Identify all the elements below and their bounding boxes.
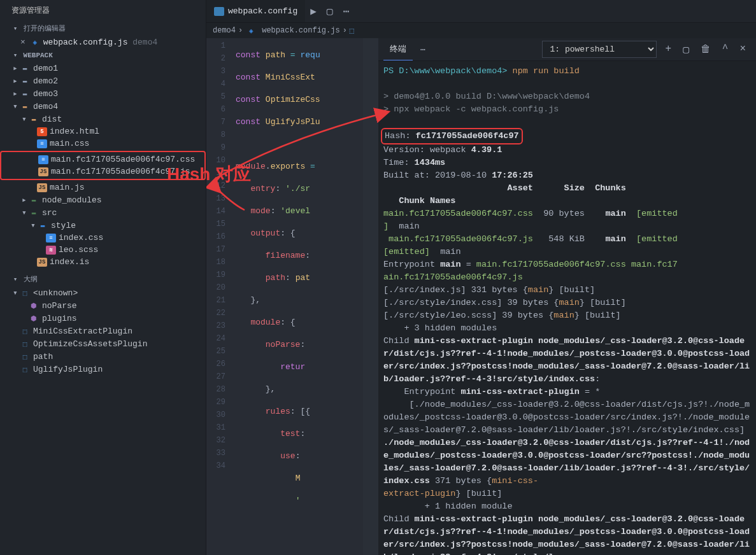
breadcrumb-item[interactable]: webpack.config.js	[262, 26, 339, 35]
asset-name: main.fc1717055ade006f4c97.css	[383, 209, 533, 218]
line-gutter: 1234567891011121314151617181920212223242…	[206, 38, 236, 555]
terminal-body[interactable]: PS D:\www\webpack\demo4> npm run build >…	[378, 61, 756, 555]
terminal-line: > demo4@1.0.0 build D:\www\webpack\demo4	[383, 92, 590, 101]
file-main-hash-css[interactable]: ≡main.fc1717055ade006f4c97.css	[1, 153, 204, 165]
open-editors-section[interactable]: ▾ 打开的编辑器	[0, 21, 206, 36]
new-terminal-button[interactable]: +	[660, 41, 677, 59]
chunk-ref: main	[528, 285, 548, 295]
time-value: 1434ms	[415, 158, 446, 167]
terminal-line: Version: webpack	[383, 145, 471, 155]
file-main-css[interactable]: ≡main.css	[0, 137, 206, 150]
breadcrumb[interactable]: demo4› ◈ webpack.config.js› ⬚	[206, 23, 756, 38]
terminal-selector[interactable]: 1: powershell	[542, 41, 657, 58]
run-button[interactable]: ▶	[305, 5, 322, 18]
child-name: mini-css-extract-plugin	[415, 336, 533, 346]
open-file-path: demo4	[132, 38, 157, 47]
entry-name: mini-css-extract-plugin	[461, 387, 580, 397]
tab-label: webpack.config	[228, 6, 297, 16]
symbol-icon: ⬚	[19, 364, 31, 374]
folder-node-modules[interactable]: ▸▬node_modules	[0, 193, 206, 206]
outline-uglify[interactable]: ⬚UglifyJsPlugin	[0, 363, 206, 376]
folder-open-icon: ▬	[19, 101, 31, 111]
file-main-js[interactable]: JSmain.js	[0, 181, 206, 193]
cube-icon: ⬢	[28, 313, 39, 323]
terminal-more[interactable]: ⋯	[413, 45, 433, 55]
close-panel-button[interactable]: ×	[734, 41, 751, 59]
outline-noparse[interactable]: ⬢noParse	[0, 299, 206, 312]
file-index-css[interactable]: ≡index.css	[0, 232, 206, 244]
asset-size: 90 bytes	[543, 209, 585, 218]
chevron-right-icon: ›	[238, 26, 243, 35]
folder-src[interactable]: ▾▬src	[0, 206, 206, 219]
terminal-tab[interactable]: 终端	[383, 43, 413, 60]
child-name: mini-css-extract-plugin	[415, 514, 533, 524]
maximize-terminal-button[interactable]: ^	[717, 41, 734, 59]
terminal-line: =	[461, 260, 476, 269]
asset-name: main.fc1717055ade006f4c97.js	[389, 234, 533, 244]
minimap[interactable]	[363, 38, 378, 555]
folder-label: src	[42, 208, 57, 218]
outline-unknown[interactable]: ▾⬚<unknown>	[0, 286, 206, 299]
sidebar: 资源管理器 ▾ 打开的编辑器 × ◈ webpack.config.js dem…	[0, 0, 206, 555]
webpack-icon	[214, 7, 224, 16]
file-label: main.fc1717055ade006f4c97.css	[51, 155, 195, 164]
outline-section[interactable]: ▾ 大纲	[0, 272, 206, 286]
open-editors-label: 打开的编辑器	[24, 25, 66, 32]
entry-file: main.fc1717055ade006f4c97.css	[476, 260, 626, 269]
terminal-line: [./src/index.js] 331 bytes {	[383, 285, 528, 295]
symbol-icon: ⬚	[19, 288, 31, 298]
file-main-hash-js[interactable]: JSmain.fc1717055ade006f4c97.js	[1, 165, 204, 178]
terminal-pane: 终端 ⋯ 1: powershell + ▢ 🗑 ^ × PS D:\www\w…	[378, 38, 756, 555]
project-section[interactable]: ▾ WEBPACK	[0, 48, 206, 62]
folder-demo3[interactable]: ▸▬demo3	[0, 87, 206, 100]
symbol-icon: ⬚	[19, 326, 31, 336]
file-label: main.fc1717055ade006f4c97.js	[51, 167, 190, 176]
terminal-line: 371 bytes {	[430, 476, 492, 486]
chunk-name: main	[605, 234, 625, 244]
col-header: Chunk Names	[399, 196, 455, 206]
outline-mini[interactable]: ⬚MiniCssExtractPlugin	[0, 325, 206, 337]
folder-open-icon: ▬	[37, 220, 48, 230]
file-index-is[interactable]: JSindex.is	[0, 256, 206, 268]
folder-label: demo1	[33, 64, 58, 73]
terminal-line: } [built]	[580, 298, 626, 307]
breadcrumb-item[interactable]: demo4	[213, 26, 236, 35]
file-leo-scss[interactable]: ≋leo.scss	[0, 244, 206, 256]
terminal-line: [./node_modules/_css-loader@3.2.0@css-lo…	[383, 400, 750, 435]
terminal-line: + 3 hidden modules	[383, 323, 497, 333]
folder-style[interactable]: ▾▬style	[0, 219, 206, 232]
outline-opt[interactable]: ⬚OptimizeCssAssetsPlugin	[0, 337, 206, 350]
terminal-line: } [built]	[455, 489, 502, 498]
more-button[interactable]: ⋯	[338, 5, 355, 18]
cube-icon: ⬢	[28, 300, 39, 311]
folder-dist[interactable]: ▾▬dist	[0, 113, 206, 125]
folder-label: node_modules	[42, 195, 102, 205]
folder-demo2[interactable]: ▸▬demo2	[0, 74, 206, 87]
file-index-html[interactable]: 5index.html	[0, 125, 206, 137]
kill-terminal-button[interactable]: 🗑	[695, 41, 716, 59]
file-label: index.is	[50, 257, 89, 267]
outline-item-label: <unknown>	[33, 288, 78, 298]
folder-icon: ▬	[19, 88, 31, 99]
tab-webpack-config[interactable]: webpack.config	[206, 0, 305, 22]
folder-label: demo2	[33, 76, 58, 86]
js-icon: JS	[37, 258, 47, 267]
close-icon[interactable]: ×	[20, 38, 25, 47]
symbol-icon: ⬚	[19, 339, 31, 349]
split-button[interactable]: ▢	[322, 5, 338, 18]
code-content[interactable]: const path = requ const MiniCssExt const…	[236, 38, 378, 555]
open-editor-file[interactable]: × ◈ webpack.config.js demo4	[0, 36, 206, 48]
folder-demo4[interactable]: ▾▬demo4	[0, 100, 206, 113]
terminal-line: Built at: 2019-08-10	[383, 171, 492, 180]
terminal-line: [./src/style/index.css] 39 bytes {	[383, 298, 559, 307]
code-editor[interactable]: 1234567891011121314151617181920212223242…	[206, 38, 378, 555]
explorer-title: 资源管理器	[0, 0, 206, 21]
folder-demo1[interactable]: ▸▬demo1	[0, 62, 206, 74]
outline-plugins[interactable]: ⬢plugins	[0, 312, 206, 325]
chunk-label: main	[399, 221, 419, 231]
terminal-line: Entrypoint	[383, 260, 440, 269]
webpack-icon: ◈	[29, 37, 41, 47]
outline-path[interactable]: ⬚path	[0, 350, 206, 363]
split-terminal-button[interactable]: ▢	[678, 41, 694, 59]
chunk-label: main	[440, 247, 460, 256]
